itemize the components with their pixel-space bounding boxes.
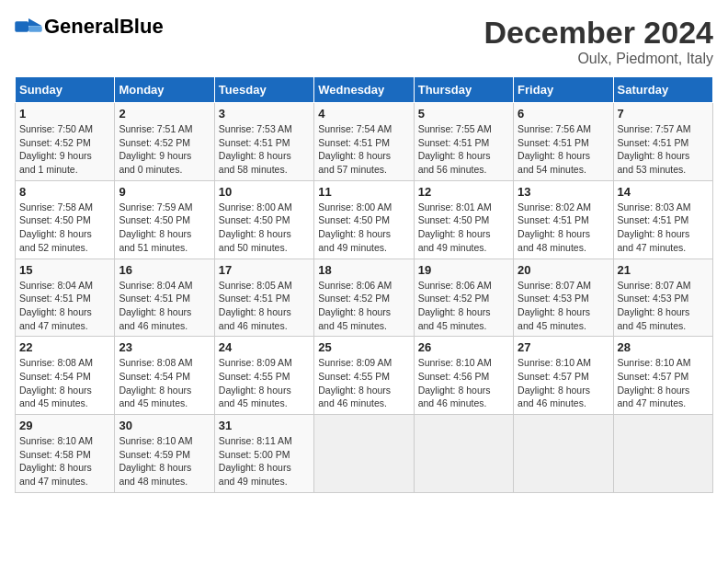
calendar-subtitle: Oulx, Piedmont, Italy bbox=[483, 51, 713, 67]
day-info: Sunrise: 8:09 AM Sunset: 4:55 PM Dayligh… bbox=[219, 356, 310, 410]
day-info: Sunrise: 8:10 AM Sunset: 4:57 PM Dayligh… bbox=[618, 356, 709, 410]
calendar-cell: 27Sunrise: 8:10 AM Sunset: 4:57 PM Dayli… bbox=[514, 337, 613, 415]
day-info: Sunrise: 8:05 AM Sunset: 4:51 PM Dayligh… bbox=[219, 279, 310, 333]
calendar-header: GeneralBlue December 2024 Oulx, Piedmont… bbox=[15, 15, 713, 67]
calendar-cell: 30Sunrise: 8:10 AM Sunset: 4:59 PM Dayli… bbox=[115, 415, 214, 493]
calendar-cell: 24Sunrise: 8:09 AM Sunset: 4:55 PM Dayli… bbox=[214, 337, 313, 415]
calendar-cell bbox=[314, 415, 414, 493]
calendar-cell: 19Sunrise: 8:06 AM Sunset: 4:52 PM Dayli… bbox=[414, 259, 513, 337]
day-number: 4 bbox=[318, 107, 409, 121]
day-info: Sunrise: 8:08 AM Sunset: 4:54 PM Dayligh… bbox=[119, 356, 210, 410]
day-info: Sunrise: 8:09 AM Sunset: 4:55 PM Dayligh… bbox=[318, 356, 409, 410]
logo-label: GeneralBlue bbox=[44, 15, 164, 39]
day-number: 7 bbox=[618, 107, 709, 121]
calendar-cell: 11Sunrise: 8:00 AM Sunset: 4:50 PM Dayli… bbox=[314, 180, 414, 259]
day-number: 10 bbox=[219, 185, 310, 199]
day-info: Sunrise: 8:10 AM Sunset: 4:56 PM Dayligh… bbox=[418, 356, 509, 410]
week-row-3: 15Sunrise: 8:04 AM Sunset: 4:51 PM Dayli… bbox=[16, 259, 713, 337]
day-number: 17 bbox=[219, 263, 310, 277]
logo-icon bbox=[15, 18, 42, 35]
day-info: Sunrise: 7:55 AM Sunset: 4:51 PM Dayligh… bbox=[418, 122, 509, 177]
day-number: 3 bbox=[219, 107, 310, 121]
day-number: 5 bbox=[418, 107, 509, 121]
weekday-friday: Friday bbox=[514, 77, 613, 103]
day-number: 8 bbox=[19, 185, 110, 199]
day-info: Sunrise: 8:10 AM Sunset: 4:59 PM Dayligh… bbox=[119, 434, 210, 488]
calendar-cell bbox=[613, 415, 712, 493]
week-row-1: 1Sunrise: 7:50 AM Sunset: 4:52 PM Daylig… bbox=[16, 103, 713, 181]
calendar-cell: 12Sunrise: 8:01 AM Sunset: 4:50 PM Dayli… bbox=[414, 180, 513, 259]
day-number: 23 bbox=[119, 340, 210, 354]
day-info: Sunrise: 8:08 AM Sunset: 4:54 PM Dayligh… bbox=[19, 356, 110, 410]
weekday-monday: Monday bbox=[115, 77, 214, 103]
svg-rect-0 bbox=[15, 21, 28, 31]
day-info: Sunrise: 7:59 AM Sunset: 4:50 PM Dayligh… bbox=[119, 201, 210, 255]
day-info: Sunrise: 8:06 AM Sunset: 4:52 PM Dayligh… bbox=[318, 279, 409, 333]
day-info: Sunrise: 7:53 AM Sunset: 4:51 PM Dayligh… bbox=[219, 122, 310, 177]
day-info: Sunrise: 8:10 AM Sunset: 4:57 PM Dayligh… bbox=[518, 356, 609, 410]
calendar-cell: 10Sunrise: 8:00 AM Sunset: 4:50 PM Dayli… bbox=[214, 180, 313, 259]
day-info: Sunrise: 7:58 AM Sunset: 4:50 PM Dayligh… bbox=[19, 201, 110, 255]
day-info: Sunrise: 8:04 AM Sunset: 4:51 PM Dayligh… bbox=[19, 279, 110, 333]
calendar-cell: 2Sunrise: 7:51 AM Sunset: 4:52 PM Daylig… bbox=[115, 103, 214, 181]
title-area: December 2024 Oulx, Piedmont, Italy bbox=[483, 15, 713, 67]
calendar-cell: 1Sunrise: 7:50 AM Sunset: 4:52 PM Daylig… bbox=[16, 103, 115, 181]
day-info: Sunrise: 8:07 AM Sunset: 4:53 PM Dayligh… bbox=[518, 279, 609, 333]
day-info: Sunrise: 8:00 AM Sunset: 4:50 PM Dayligh… bbox=[318, 201, 409, 255]
weekday-wednesday: Wednesday bbox=[314, 77, 414, 103]
calendar-cell: 29Sunrise: 8:10 AM Sunset: 4:58 PM Dayli… bbox=[16, 415, 115, 493]
week-row-5: 29Sunrise: 8:10 AM Sunset: 4:58 PM Dayli… bbox=[16, 415, 713, 493]
day-info: Sunrise: 7:57 AM Sunset: 4:51 PM Dayligh… bbox=[618, 122, 709, 177]
day-number: 24 bbox=[219, 340, 310, 354]
svg-rect-2 bbox=[28, 26, 42, 32]
day-number: 14 bbox=[618, 185, 709, 199]
calendar-cell: 3Sunrise: 7:53 AM Sunset: 4:51 PM Daylig… bbox=[214, 103, 313, 181]
calendar-cell: 18Sunrise: 8:06 AM Sunset: 4:52 PM Dayli… bbox=[314, 259, 414, 337]
day-info: Sunrise: 8:06 AM Sunset: 4:52 PM Dayligh… bbox=[418, 279, 509, 333]
day-number: 22 bbox=[19, 340, 110, 354]
calendar-cell: 8Sunrise: 7:58 AM Sunset: 4:50 PM Daylig… bbox=[16, 180, 115, 259]
calendar-cell: 31Sunrise: 8:11 AM Sunset: 5:00 PM Dayli… bbox=[214, 415, 313, 493]
day-number: 20 bbox=[518, 263, 609, 277]
day-number: 13 bbox=[518, 185, 609, 199]
day-number: 26 bbox=[418, 340, 509, 354]
calendar-cell: 14Sunrise: 8:03 AM Sunset: 4:51 PM Dayli… bbox=[613, 180, 712, 259]
weekday-tuesday: Tuesday bbox=[214, 77, 313, 103]
calendar-cell: 23Sunrise: 8:08 AM Sunset: 4:54 PM Dayli… bbox=[115, 337, 214, 415]
day-number: 1 bbox=[19, 107, 110, 121]
day-number: 6 bbox=[518, 107, 609, 121]
day-number: 19 bbox=[418, 263, 509, 277]
calendar-cell: 6Sunrise: 7:56 AM Sunset: 4:51 PM Daylig… bbox=[514, 103, 613, 181]
weekday-sunday: Sunday bbox=[16, 77, 115, 103]
day-number: 15 bbox=[19, 263, 110, 277]
calendar-title: December 2024 bbox=[483, 15, 713, 51]
day-number: 9 bbox=[119, 185, 210, 199]
day-number: 28 bbox=[618, 340, 709, 354]
week-row-4: 22Sunrise: 8:08 AM Sunset: 4:54 PM Dayli… bbox=[16, 337, 713, 415]
day-info: Sunrise: 8:10 AM Sunset: 4:58 PM Dayligh… bbox=[19, 434, 110, 488]
calendar-cell: 9Sunrise: 7:59 AM Sunset: 4:50 PM Daylig… bbox=[115, 180, 214, 259]
calendar-cell: 26Sunrise: 8:10 AM Sunset: 4:56 PM Dayli… bbox=[414, 337, 513, 415]
calendar-cell bbox=[414, 415, 513, 493]
day-info: Sunrise: 7:50 AM Sunset: 4:52 PM Dayligh… bbox=[19, 122, 110, 177]
day-info: Sunrise: 8:03 AM Sunset: 4:51 PM Dayligh… bbox=[618, 201, 709, 255]
day-number: 2 bbox=[119, 107, 210, 121]
day-info: Sunrise: 7:51 AM Sunset: 4:52 PM Dayligh… bbox=[119, 122, 210, 177]
day-info: Sunrise: 7:56 AM Sunset: 4:51 PM Dayligh… bbox=[518, 122, 609, 177]
calendar-cell: 5Sunrise: 7:55 AM Sunset: 4:51 PM Daylig… bbox=[414, 103, 513, 181]
weekday-saturday: Saturday bbox=[613, 77, 712, 103]
day-number: 18 bbox=[318, 263, 409, 277]
day-number: 12 bbox=[418, 185, 509, 199]
calendar-cell: 16Sunrise: 8:04 AM Sunset: 4:51 PM Dayli… bbox=[115, 259, 214, 337]
day-number: 11 bbox=[318, 185, 409, 199]
day-number: 30 bbox=[119, 419, 210, 432]
week-row-2: 8Sunrise: 7:58 AM Sunset: 4:50 PM Daylig… bbox=[16, 180, 713, 259]
calendar-cell: 15Sunrise: 8:04 AM Sunset: 4:51 PM Dayli… bbox=[16, 259, 115, 337]
day-info: Sunrise: 8:07 AM Sunset: 4:53 PM Dayligh… bbox=[618, 279, 709, 333]
weekday-header-row: SundayMondayTuesdayWednesdayThursdayFrid… bbox=[16, 77, 713, 103]
calendar-cell: 25Sunrise: 8:09 AM Sunset: 4:55 PM Dayli… bbox=[314, 337, 414, 415]
calendar-cell: 20Sunrise: 8:07 AM Sunset: 4:53 PM Dayli… bbox=[514, 259, 613, 337]
calendar-cell: 13Sunrise: 8:02 AM Sunset: 4:51 PM Dayli… bbox=[514, 180, 613, 259]
day-number: 27 bbox=[518, 340, 609, 354]
day-number: 29 bbox=[19, 419, 110, 432]
